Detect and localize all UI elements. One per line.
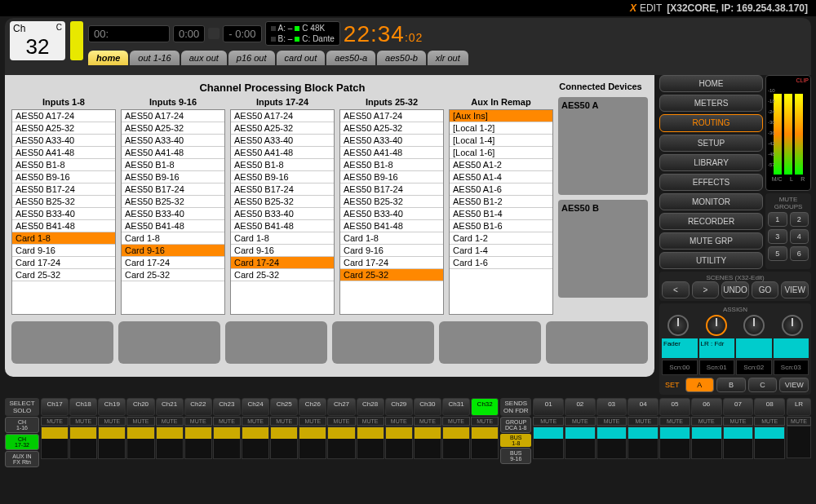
scene-view[interactable]: VIEW [781, 281, 809, 298]
list-item[interactable]: AES50 A41-48 [122, 147, 224, 159]
channel-ch28[interactable]: Ch28 [357, 398, 384, 416]
input-list[interactable]: AES50 A17-24AES50 A25-32AES50 A33-40AES5… [230, 109, 335, 315]
channel-fader[interactable] [98, 427, 126, 459]
list-item[interactable]: AES50 A25-32 [122, 122, 224, 135]
bus-fader[interactable] [754, 427, 785, 459]
channel-ch26[interactable]: Ch26 [299, 398, 326, 416]
list-item[interactable]: Card 1-8 [340, 232, 443, 245]
mute-button[interactable]: MUTE [628, 417, 659, 426]
tab-home[interactable]: home [88, 51, 128, 65]
input-list[interactable]: AES50 A17-24AES50 A25-32AES50 A33-40AES5… [339, 109, 444, 315]
list-item[interactable]: Card 1-2 [450, 232, 552, 245]
scene->[interactable]: > [692, 281, 720, 298]
channel-fader[interactable] [357, 427, 384, 459]
channel-fader[interactable] [184, 427, 212, 459]
bus-fader[interactable] [596, 427, 628, 459]
list-item[interactable]: AES50 B33-40 [340, 208, 443, 220]
mute-button[interactable]: MUTE [754, 417, 785, 426]
ch-1-16-button[interactable]: CH 1-16 [5, 417, 39, 433]
mute-button[interactable]: MUTE [442, 417, 470, 426]
list-item[interactable]: AES50 B41-48 [122, 220, 224, 232]
bus-06[interactable]: 06 [691, 398, 722, 416]
channel-ch18[interactable]: Ch18 [69, 398, 97, 416]
list-item[interactable]: AES50 A17-24 [340, 110, 443, 122]
tab-aux-out[interactable]: aux out [181, 51, 227, 65]
list-item[interactable]: AES50 A33-40 [231, 135, 334, 147]
list-item[interactable]: AES50 B9-16 [122, 171, 224, 183]
channel-ch31[interactable]: Ch31 [442, 398, 470, 416]
list-item[interactable]: [Aux Ins] [450, 110, 552, 122]
effects-button[interactable]: EFFECTS [659, 174, 763, 191]
bus-1-8-button[interactable]: BUS 1-8 [500, 434, 531, 447]
scene-slot[interactable]: Scn:01 [699, 360, 735, 375]
channel-ch21[interactable]: Ch21 [156, 398, 184, 416]
input-list[interactable]: AES50 A17-24AES50 A25-32AES50 A33-40AES5… [11, 109, 116, 315]
bank-b[interactable]: B [716, 378, 746, 392]
setup-button[interactable]: SETUP [659, 135, 763, 152]
bus-05[interactable]: 05 [659, 398, 690, 416]
bus-08[interactable]: 08 [754, 398, 785, 416]
list-item[interactable]: AES50 B9-16 [231, 171, 334, 183]
mute-group-4[interactable]: 4 [790, 229, 809, 244]
list-item[interactable]: AES50 A17-24 [12, 110, 115, 122]
auxin-button[interactable]: AUX IN FX Rtn [5, 451, 39, 467]
list-item[interactable]: AES50 B25-32 [12, 196, 115, 208]
mute-button[interactable]: MUTE [213, 417, 241, 426]
list-item[interactable]: AES50 A1-2 [450, 159, 552, 171]
mute-button[interactable]: MUTE [69, 417, 97, 426]
mute-button[interactable]: MUTE [533, 417, 564, 426]
mute-button[interactable]: MUTE [126, 417, 154, 426]
list-item[interactable]: AES50 B41-48 [340, 220, 443, 232]
channel-fader[interactable] [41, 427, 69, 459]
mute-button[interactable]: MUTE [156, 417, 184, 426]
mute-button[interactable]: MUTE [414, 417, 441, 426]
group-dca-button[interactable]: GROUP DCA 1-8 [500, 417, 531, 433]
routing-button[interactable]: ROUTING [659, 114, 763, 131]
scene-<[interactable]: < [662, 281, 690, 298]
channel-fader[interactable] [213, 427, 241, 459]
list-item[interactable]: [Local 1-4] [450, 135, 552, 147]
list-item[interactable]: AES50 B1-8 [122, 159, 224, 171]
list-item[interactable]: [Local 1-6] [450, 147, 552, 159]
mute-button[interactable]: MUTE [691, 417, 722, 426]
channel-ch19[interactable]: Ch19 [98, 398, 126, 416]
mute-group-2[interactable]: 2 [790, 212, 809, 227]
mute-button[interactable]: MUTE [471, 417, 499, 426]
channel-fader[interactable] [385, 427, 413, 459]
list-item[interactable]: AES50 B1-6 [450, 220, 552, 232]
mute-group-3[interactable]: 3 [768, 229, 787, 244]
channel-fader[interactable] [126, 427, 154, 459]
assign-knob-1[interactable] [667, 315, 689, 336]
list-item[interactable]: AES50 B25-32 [122, 196, 224, 208]
channel-ch20[interactable]: Ch20 [126, 398, 154, 416]
list-item[interactable]: AES50 B17-24 [122, 183, 224, 196]
channel-indicator[interactable]: Ch C 32 [10, 21, 65, 60]
list-item[interactable]: AES50 B41-48 [231, 220, 334, 232]
channel-fader[interactable] [69, 427, 97, 459]
list-item[interactable]: Card 1-8 [231, 232, 334, 245]
lr-fader[interactable] [787, 426, 811, 458]
bus-fader[interactable] [628, 427, 659, 459]
mute-button[interactable]: MUTE [327, 417, 355, 426]
lr-mute[interactable]: MUTE [787, 417, 811, 426]
bus-9-16-button[interactable]: BUS 9-16 [500, 448, 531, 464]
list-item[interactable]: Card 25-32 [12, 269, 115, 281]
channel-ch27[interactable]: Ch27 [327, 398, 355, 416]
tab-xlr-out[interactable]: xlr out [428, 51, 468, 65]
assign-fader-4[interactable] [774, 338, 809, 358]
bus-02[interactable]: 02 [565, 398, 596, 416]
scene-slot[interactable]: Scn:03 [774, 360, 809, 375]
library-button[interactable]: LIBRARY [659, 154, 763, 171]
scene-slot[interactable]: Scn:02 [736, 360, 772, 375]
mute-button[interactable]: MUTE [357, 417, 384, 426]
channel-ch29[interactable]: Ch29 [385, 398, 413, 416]
channel-fader[interactable] [442, 427, 470, 459]
list-item[interactable]: Card 9-16 [340, 245, 443, 257]
list-item[interactable]: Card 1-6 [450, 257, 552, 269]
channel-fader[interactable] [327, 427, 355, 459]
tab-aes50-b[interactable]: aes50-b [377, 51, 426, 65]
list-item[interactable]: Card 25-32 [231, 269, 334, 281]
scene-undo[interactable]: UNDO [721, 281, 749, 298]
list-item[interactable]: AES50 B1-2 [450, 196, 552, 208]
channel-fader[interactable] [156, 427, 184, 459]
